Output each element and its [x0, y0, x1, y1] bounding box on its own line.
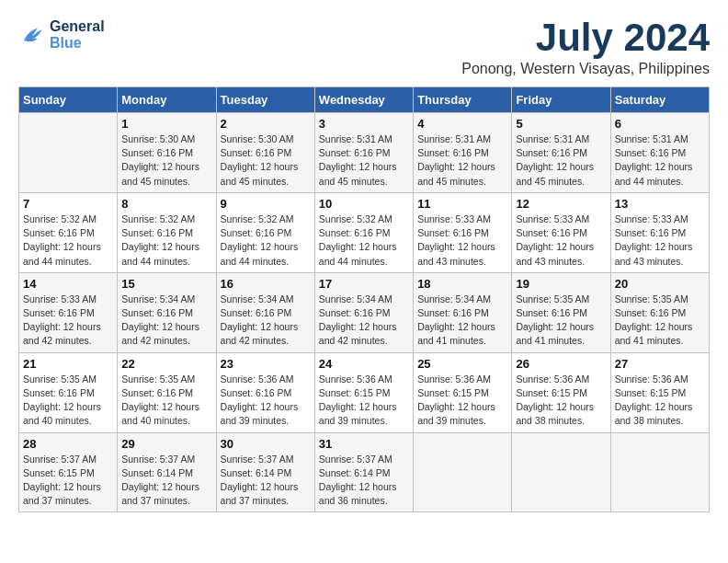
calendar-cell: 16Sunrise: 5:34 AM Sunset: 6:16 PM Dayli…	[216, 272, 314, 352]
calendar-cell: 29Sunrise: 5:37 AM Sunset: 6:14 PM Dayli…	[118, 432, 216, 512]
calendar-week-row: 14Sunrise: 5:33 AM Sunset: 6:16 PM Dayli…	[19, 272, 710, 352]
calendar-cell: 14Sunrise: 5:33 AM Sunset: 6:16 PM Dayli…	[19, 272, 118, 352]
day-info: Sunrise: 5:31 AM Sunset: 6:16 PM Dayligh…	[319, 132, 409, 189]
title-section: July 2024 Ponong, Western Visayas, Phili…	[461, 18, 710, 77]
calendar-week-row: 21Sunrise: 5:35 AM Sunset: 6:16 PM Dayli…	[19, 352, 710, 432]
day-number: 21	[23, 357, 113, 371]
calendar-cell: 13Sunrise: 5:33 AM Sunset: 6:16 PM Dayli…	[610, 192, 709, 272]
page-header: General Blue July 2024 Ponong, Western V…	[18, 18, 710, 77]
day-number: 24	[319, 357, 409, 371]
day-info: Sunrise: 5:34 AM Sunset: 6:16 PM Dayligh…	[221, 293, 311, 349]
calendar-cell: 12Sunrise: 5:33 AM Sunset: 6:16 PM Dayli…	[512, 192, 610, 272]
day-info: Sunrise: 5:35 AM Sunset: 6:16 PM Dayligh…	[615, 293, 705, 349]
calendar-cell: 15Sunrise: 5:34 AM Sunset: 6:16 PM Dayli…	[118, 272, 216, 352]
calendar-cell: 9Sunrise: 5:32 AM Sunset: 6:16 PM Daylig…	[216, 192, 314, 272]
day-info: Sunrise: 5:30 AM Sunset: 6:16 PM Dayligh…	[121, 132, 211, 189]
calendar-cell: 10Sunrise: 5:32 AM Sunset: 6:16 PM Dayli…	[314, 192, 413, 272]
calendar-table: Sunday Monday Tuesday Wednesday Thursday…	[18, 86, 710, 512]
day-info: Sunrise: 5:32 AM Sunset: 6:16 PM Dayligh…	[121, 213, 211, 269]
calendar-cell: 31Sunrise: 5:37 AM Sunset: 6:14 PM Dayli…	[314, 432, 413, 512]
day-number: 15	[121, 277, 211, 291]
day-number: 13	[615, 197, 705, 211]
day-number: 16	[221, 277, 311, 291]
calendar-cell: 27Sunrise: 5:36 AM Sunset: 6:15 PM Dayli…	[610, 352, 709, 432]
calendar-cell: 30Sunrise: 5:37 AM Sunset: 6:14 PM Dayli…	[216, 432, 314, 512]
day-info: Sunrise: 5:32 AM Sunset: 6:16 PM Dayligh…	[319, 213, 409, 269]
day-number: 11	[417, 197, 507, 211]
day-number: 28	[23, 437, 113, 451]
calendar-cell	[19, 113, 118, 193]
day-number: 23	[221, 357, 311, 371]
logo-text: General Blue	[50, 18, 105, 52]
calendar-cell: 17Sunrise: 5:34 AM Sunset: 6:16 PM Dayli…	[314, 272, 413, 352]
day-info: Sunrise: 5:37 AM Sunset: 6:14 PM Dayligh…	[121, 453, 211, 509]
day-number: 9	[221, 197, 311, 211]
day-number: 18	[417, 277, 507, 291]
calendar-header-row: Sunday Monday Tuesday Wednesday Thursday…	[19, 87, 710, 113]
calendar-cell: 25Sunrise: 5:36 AM Sunset: 6:15 PM Dayli…	[414, 352, 512, 432]
calendar-cell: 19Sunrise: 5:35 AM Sunset: 6:16 PM Dayli…	[512, 272, 610, 352]
day-info: Sunrise: 5:35 AM Sunset: 6:16 PM Dayligh…	[516, 293, 606, 349]
calendar-cell	[414, 432, 512, 512]
calendar-cell: 6Sunrise: 5:31 AM Sunset: 6:16 PM Daylig…	[610, 113, 709, 193]
col-friday: Friday	[512, 87, 610, 113]
day-info: Sunrise: 5:37 AM Sunset: 6:14 PM Dayligh…	[319, 453, 409, 509]
day-number: 17	[319, 277, 409, 291]
day-number: 8	[121, 197, 211, 211]
day-info: Sunrise: 5:36 AM Sunset: 6:15 PM Dayligh…	[417, 373, 507, 429]
day-number: 29	[121, 437, 211, 451]
calendar-cell	[610, 432, 709, 512]
calendar-cell: 18Sunrise: 5:34 AM Sunset: 6:16 PM Dayli…	[414, 272, 512, 352]
calendar-week-row: 1Sunrise: 5:30 AM Sunset: 6:16 PM Daylig…	[19, 113, 710, 193]
calendar-subtitle: Ponong, Western Visayas, Philippines	[461, 61, 710, 77]
day-info: Sunrise: 5:32 AM Sunset: 6:16 PM Dayligh…	[23, 213, 113, 269]
calendar-cell: 2Sunrise: 5:30 AM Sunset: 6:16 PM Daylig…	[216, 113, 314, 193]
calendar-cell: 8Sunrise: 5:32 AM Sunset: 6:16 PM Daylig…	[118, 192, 216, 272]
day-number: 1	[121, 117, 211, 131]
calendar-cell: 26Sunrise: 5:36 AM Sunset: 6:15 PM Dayli…	[512, 352, 610, 432]
col-wednesday: Wednesday	[314, 87, 413, 113]
day-info: Sunrise: 5:37 AM Sunset: 6:15 PM Dayligh…	[23, 453, 113, 509]
day-number: 12	[516, 197, 606, 211]
day-info: Sunrise: 5:37 AM Sunset: 6:14 PM Dayligh…	[221, 453, 311, 509]
day-number: 25	[417, 357, 507, 371]
day-info: Sunrise: 5:31 AM Sunset: 6:16 PM Dayligh…	[417, 132, 507, 189]
day-number: 14	[23, 277, 113, 291]
day-number: 26	[516, 357, 606, 371]
calendar-week-row: 28Sunrise: 5:37 AM Sunset: 6:15 PM Dayli…	[19, 432, 710, 512]
day-number: 30	[221, 437, 311, 451]
calendar-cell	[512, 432, 610, 512]
day-number: 7	[23, 197, 113, 211]
day-number: 6	[615, 117, 705, 131]
calendar-cell: 11Sunrise: 5:33 AM Sunset: 6:16 PM Dayli…	[414, 192, 512, 272]
day-number: 5	[516, 117, 606, 131]
day-number: 22	[121, 357, 211, 371]
day-info: Sunrise: 5:36 AM Sunset: 6:15 PM Dayligh…	[615, 373, 705, 429]
day-info: Sunrise: 5:35 AM Sunset: 6:16 PM Dayligh…	[23, 373, 113, 429]
day-info: Sunrise: 5:31 AM Sunset: 6:16 PM Dayligh…	[615, 132, 705, 189]
calendar-cell: 5Sunrise: 5:31 AM Sunset: 6:16 PM Daylig…	[512, 113, 610, 193]
col-saturday: Saturday	[610, 87, 709, 113]
day-info: Sunrise: 5:34 AM Sunset: 6:16 PM Dayligh…	[121, 293, 211, 349]
day-info: Sunrise: 5:30 AM Sunset: 6:16 PM Dayligh…	[221, 132, 311, 189]
day-info: Sunrise: 5:31 AM Sunset: 6:16 PM Dayligh…	[516, 132, 606, 189]
day-number: 4	[417, 117, 507, 131]
day-info: Sunrise: 5:33 AM Sunset: 6:16 PM Dayligh…	[23, 293, 113, 349]
calendar-cell: 28Sunrise: 5:37 AM Sunset: 6:15 PM Dayli…	[19, 432, 118, 512]
day-info: Sunrise: 5:34 AM Sunset: 6:16 PM Dayligh…	[319, 293, 409, 349]
day-number: 2	[221, 117, 311, 131]
calendar-cell: 23Sunrise: 5:36 AM Sunset: 6:16 PM Dayli…	[216, 352, 314, 432]
day-info: Sunrise: 5:33 AM Sunset: 6:16 PM Dayligh…	[615, 213, 705, 269]
day-info: Sunrise: 5:33 AM Sunset: 6:16 PM Dayligh…	[516, 213, 606, 269]
calendar-title: July 2024	[461, 18, 710, 57]
day-number: 27	[615, 357, 705, 371]
calendar-cell: 3Sunrise: 5:31 AM Sunset: 6:16 PM Daylig…	[314, 113, 413, 193]
day-number: 31	[319, 437, 409, 451]
day-info: Sunrise: 5:36 AM Sunset: 6:15 PM Dayligh…	[319, 373, 409, 429]
calendar-cell: 20Sunrise: 5:35 AM Sunset: 6:16 PM Dayli…	[610, 272, 709, 352]
day-info: Sunrise: 5:35 AM Sunset: 6:16 PM Dayligh…	[121, 373, 211, 429]
col-tuesday: Tuesday	[216, 87, 314, 113]
day-info: Sunrise: 5:33 AM Sunset: 6:16 PM Dayligh…	[417, 213, 507, 269]
calendar-cell: 1Sunrise: 5:30 AM Sunset: 6:16 PM Daylig…	[118, 113, 216, 193]
logo: General Blue	[18, 18, 105, 52]
